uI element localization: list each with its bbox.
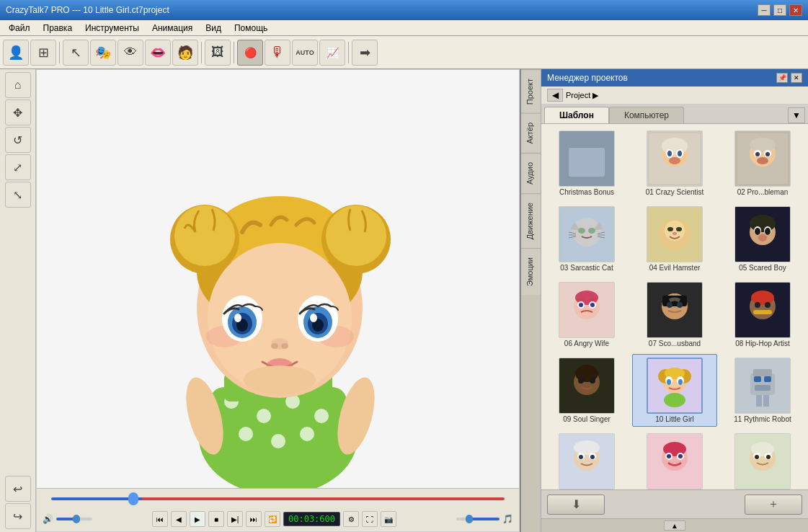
svg-point-37 xyxy=(244,365,316,394)
stop-button[interactable]: ■ xyxy=(208,511,224,527)
person-tool-button[interactable]: 👤 xyxy=(3,40,29,66)
grid-item-rythmic-robot[interactable]: 11 Rythmic Robot xyxy=(720,354,805,427)
home-button[interactable]: ⌂ xyxy=(5,72,31,98)
head-tool-button[interactable]: 🎭 xyxy=(90,40,116,66)
snapshot-button[interactable]: 📷 xyxy=(381,511,396,527)
svg-point-59 xyxy=(572,218,601,247)
menu-file[interactable]: Файл xyxy=(3,22,36,35)
tab-computer[interactable]: Компьютер xyxy=(609,107,684,123)
grid-item-christmas-bonus[interactable]: Christmas Bonus xyxy=(544,127,629,200)
panel-content: Менеджер проектов 📌 ✕ ◀ Project ▶ Шаблон… xyxy=(541,69,808,532)
redo-button[interactable]: ↪ xyxy=(5,503,31,529)
svg-point-92 xyxy=(590,303,595,307)
grid-item-crazy-scientist[interactable]: 01 Crazy Scientist xyxy=(632,127,717,200)
image-tool-button[interactable]: 🖼 xyxy=(205,40,231,66)
rewind-button[interactable]: ⏮ xyxy=(152,511,168,527)
sort-button[interactable]: ▼ xyxy=(788,107,805,123)
volume-icon: 🔊 xyxy=(43,514,53,524)
maximize-button[interactable]: □ xyxy=(773,4,786,16)
play-button[interactable]: ▶ xyxy=(190,511,205,527)
menu-tools[interactable]: Инструменты xyxy=(79,22,145,35)
scale-button[interactable]: ⤢ xyxy=(5,154,31,180)
svg-point-56 xyxy=(765,152,770,156)
timeline-playhead[interactable] xyxy=(128,492,138,505)
svg-point-147 xyxy=(766,455,771,459)
transport-controls: 🔊 ⏮ ◀ ▶ ■ ▶| ⏭ 🔁 00:03:600 ⚙ ⛶ 📷 xyxy=(37,510,519,528)
vtab-motion[interactable]: Движение xyxy=(521,193,541,248)
tab-group: Шаблон Компьютер xyxy=(544,107,684,123)
grid-item-scared-boy[interactable]: 05 Scared Boy xyxy=(720,203,805,275)
menu-help[interactable]: Помощь xyxy=(228,22,273,35)
grid-tool-button[interactable]: ⊞ xyxy=(30,40,56,66)
grid-item-dare[interactable]: 12 Dare xyxy=(544,430,629,489)
wave-tool-button[interactable]: 📈 xyxy=(319,40,345,66)
collapse-button[interactable]: ▲ xyxy=(664,520,685,531)
svg-point-116 xyxy=(667,379,671,385)
label-scoundrel: 07 Sco...usband xyxy=(649,340,701,347)
close-button[interactable]: ✕ xyxy=(789,4,802,16)
prev-frame-button[interactable]: ◀ xyxy=(171,511,187,527)
minimize-button[interactable]: ─ xyxy=(758,4,771,16)
panel-close-button[interactable]: ✕ xyxy=(791,73,802,83)
panel-pin-button[interactable]: 📌 xyxy=(776,73,788,83)
menu-view[interactable]: Вид xyxy=(200,22,227,35)
grid-item-sarcastic-cat[interactable]: 03 Sarcastic Cat xyxy=(544,203,629,275)
svg-rect-121 xyxy=(753,369,772,376)
eye-tool-button[interactable]: 👁 xyxy=(117,40,143,66)
breadcrumb-back-button[interactable]: ◀ xyxy=(547,89,563,102)
thumb-problemman xyxy=(734,130,791,187)
label-sarcastic-cat: 03 Sarcastic Cat xyxy=(560,264,613,272)
toolbar-separator-4 xyxy=(348,42,349,63)
vtab-emotion[interactable]: Эмоции xyxy=(521,248,541,295)
fullscreen-button[interactable]: ⛶ xyxy=(362,511,378,527)
next-frame-button[interactable]: ▶| xyxy=(227,511,243,527)
breadcrumb-path: Project ▶ xyxy=(566,91,598,100)
grid-item-soul-singer[interactable]: 09 Soul Singer xyxy=(544,354,629,427)
rotate-button[interactable]: ↺ xyxy=(5,127,31,153)
vtab-actor[interactable]: Актёр xyxy=(521,113,541,153)
speed-slider[interactable] xyxy=(456,518,500,520)
svg-point-63 xyxy=(588,228,595,234)
menu-edit[interactable]: Правка xyxy=(37,22,79,35)
tab-template[interactable]: Шаблон xyxy=(544,107,609,123)
fast-forward-button[interactable]: ⏭ xyxy=(246,511,262,527)
thumb-sarcastic-cat xyxy=(559,206,615,262)
time-settings-button[interactable]: ⚙ xyxy=(343,511,359,527)
time-display: 00:03:600 xyxy=(283,512,340,526)
grid-item-freestyle-rap[interactable]: 14 Freestyle Rap xyxy=(720,430,805,489)
grid-item-evil-hamster[interactable]: 04 Evil Hamster xyxy=(632,203,717,275)
loop-button[interactable]: 🔁 xyxy=(265,511,280,527)
move-button[interactable]: ✥ xyxy=(5,99,31,125)
grid-item-little-girl[interactable]: 10 Little Girl xyxy=(632,354,717,427)
grid-item-hiphop-artist[interactable]: 08 Hip-Hop Artist xyxy=(720,278,805,351)
grid-item-scoundrel[interactable]: 07 Sco...usband xyxy=(632,278,717,351)
menu-animation[interactable]: Анимация xyxy=(146,22,198,35)
add-button[interactable]: ＋ xyxy=(745,495,802,515)
svg-point-91 xyxy=(579,303,583,307)
grid-item-flirting[interactable]: 13 Flirting xyxy=(632,430,717,489)
cursor-tool-button[interactable]: ↖ xyxy=(63,40,89,66)
record-tool-button[interactable]: 🔴 xyxy=(237,40,263,66)
mic-tool-button[interactable]: 🎙 xyxy=(265,40,290,66)
grid-item-problemman[interactable]: 02 Pro...bleman xyxy=(720,127,805,200)
thumb-rythmic-robot xyxy=(734,358,791,414)
svg-rect-123 xyxy=(764,376,771,382)
svg-point-7 xyxy=(239,427,253,441)
grid-item-angry-wife[interactable]: 06 Angry Wife xyxy=(544,278,629,351)
volume-slider[interactable] xyxy=(56,518,92,520)
svg-point-100 xyxy=(751,291,774,305)
zoom-button[interactable]: ⤡ xyxy=(5,182,31,208)
menu-bar: Файл Правка Инструменты Анимация Вид Пом… xyxy=(0,20,808,36)
toolbar-separator-2 xyxy=(201,42,202,63)
auto-tool-button[interactable]: AUTO xyxy=(292,40,318,66)
undo-button[interactable]: ↩ xyxy=(5,476,31,502)
thumb-freestyle-rap xyxy=(734,433,791,489)
export-tool-button[interactable]: ➡ xyxy=(352,40,378,66)
profile-tool-button[interactable]: 🧑 xyxy=(172,40,198,66)
download-button[interactable]: ⬇ xyxy=(547,495,605,515)
timeline-track[interactable] xyxy=(51,497,505,500)
lips-tool-button[interactable]: 👄 xyxy=(145,40,171,66)
svg-point-108 xyxy=(590,378,595,384)
vtab-audio[interactable]: Аудио xyxy=(521,153,541,193)
vtab-project[interactable]: Проект xyxy=(521,69,541,113)
